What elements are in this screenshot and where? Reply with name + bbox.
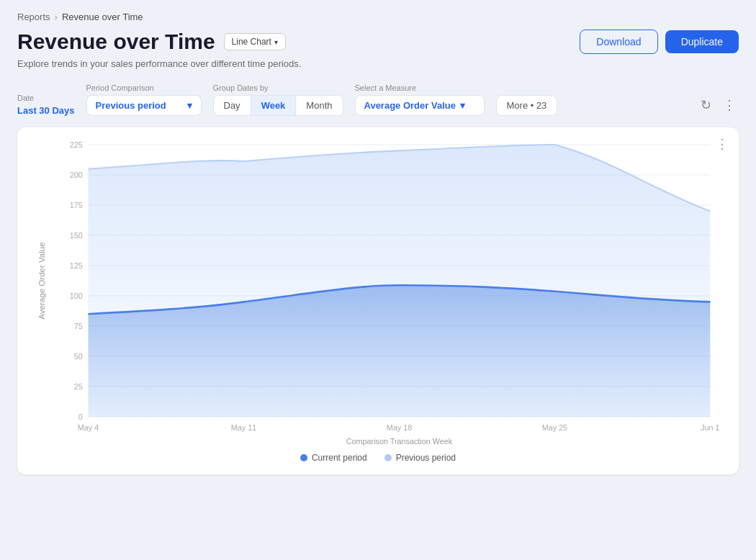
breadcrumb-sep: › — [55, 12, 58, 22]
period-chevron-icon: ▾ — [187, 100, 192, 111]
measure-filter-value: Average Order Value — [364, 100, 456, 111]
refresh-icon: ↻ — [701, 98, 711, 112]
chart-container: ⋮ — [17, 127, 739, 474]
period-filter-group: Period Comparison Previous period ▾ — [86, 83, 202, 116]
svg-text:May 18: May 18 — [387, 423, 412, 432]
svg-text:Average Order Value: Average Order Value — [37, 242, 46, 319]
page-subtitle: Explore trends in your sales performance… — [17, 58, 739, 69]
group-month-button[interactable]: Month — [296, 96, 342, 115]
measure-filter-group: Select a Measure Average Order Value ▾ — [355, 83, 485, 116]
svg-text:150: 150 — [70, 231, 83, 240]
filters-row: Date Last 30 Days Period Comparison Prev… — [17, 83, 739, 116]
date-filter-label: Date — [17, 94, 75, 102]
options-button[interactable]: ⋮ — [720, 94, 739, 116]
group-dates-label: Group Dates by — [213, 83, 343, 92]
breadcrumb: Reports › Revenue over Time — [17, 12, 739, 22]
legend-previous-label: Previous period — [396, 453, 456, 463]
breadcrumb-parent[interactable]: Reports — [17, 12, 50, 22]
header-actions: Download Duplicate — [580, 30, 739, 54]
title-group: Revenue over Time Line Chart ▾ — [17, 30, 286, 54]
svg-text:May 11: May 11 — [231, 423, 256, 432]
legend-current-label: Current period — [312, 453, 367, 463]
page-title: Revenue over Time — [17, 30, 215, 54]
chart-area: 0 25 50 75 100 125 150 175 200 225 Avera… — [32, 145, 724, 447]
group-dates-filter-group: Group Dates by Day Week Month — [213, 83, 343, 116]
icon-actions: ↻ ⋮ — [698, 94, 739, 116]
group-day-button[interactable]: Day — [214, 96, 251, 115]
svg-text:50: 50 — [74, 352, 83, 361]
date-filter-button[interactable]: Last 30 Days — [17, 105, 75, 116]
chart-svg: 0 25 50 75 100 125 150 175 200 225 Avera… — [32, 145, 724, 447]
svg-text:0: 0 — [78, 412, 83, 421]
svg-text:May 4: May 4 — [78, 423, 99, 432]
more-button[interactable]: More • 23 — [496, 95, 558, 116]
measure-chevron-icon: ▾ — [460, 100, 465, 111]
group-dates-button-group: Day Week Month — [213, 95, 343, 116]
date-filter-group: Date Last 30 Days — [17, 94, 75, 116]
svg-text:200: 200 — [70, 171, 83, 179]
svg-text:May 25: May 25 — [542, 423, 567, 432]
group-week-button[interactable]: Week — [251, 96, 297, 115]
measure-filter-button[interactable]: Average Order Value ▾ — [355, 95, 485, 116]
svg-text:25: 25 — [74, 382, 83, 391]
svg-text:100: 100 — [70, 292, 83, 300]
date-filter-value: Last 30 Days — [17, 105, 75, 116]
legend-current-dot — [300, 454, 307, 461]
svg-text:Comparison Transaction Week: Comparison Transaction Week — [346, 436, 453, 445]
refresh-button[interactable]: ↻ — [698, 94, 714, 116]
header-row: Revenue over Time Line Chart ▾ Download … — [17, 30, 739, 54]
duplicate-button[interactable]: Duplicate — [665, 30, 739, 53]
svg-text:175: 175 — [70, 201, 83, 209]
chart-type-button[interactable]: Line Chart ▾ — [224, 33, 286, 50]
period-filter-button[interactable]: Previous period ▾ — [86, 95, 202, 116]
chart-type-label: Line Chart — [232, 37, 271, 47]
period-filter-value: Previous period — [96, 100, 166, 111]
legend-previous: Previous period — [384, 453, 456, 463]
legend-current: Current period — [300, 453, 367, 463]
svg-text:Jun 1: Jun 1 — [701, 423, 719, 432]
download-button[interactable]: Download — [580, 30, 657, 54]
svg-text:125: 125 — [70, 261, 83, 270]
three-dots-icon: ⋮ — [723, 98, 736, 112]
svg-text:225: 225 — [70, 140, 83, 149]
measure-filter-label: Select a Measure — [355, 83, 485, 92]
chart-legend: Current period Previous period — [32, 453, 724, 463]
legend-previous-dot — [384, 454, 392, 461]
svg-text:75: 75 — [74, 322, 83, 330]
period-filter-label: Period Comparison — [86, 83, 202, 92]
chart-type-chevron-icon: ▾ — [274, 38, 278, 46]
breadcrumb-current: Revenue over Time — [62, 12, 143, 22]
